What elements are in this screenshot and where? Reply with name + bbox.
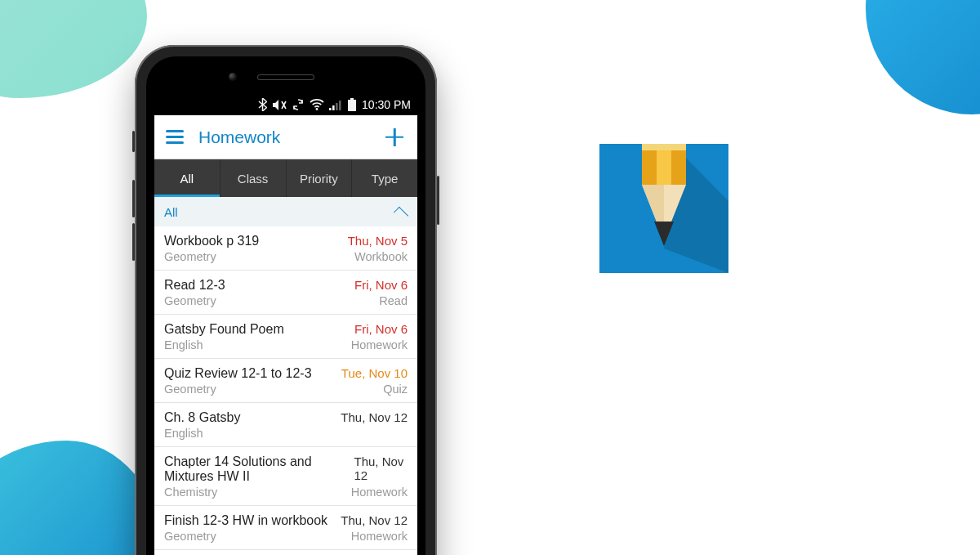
item-date: Thu, Nov 12 <box>354 454 408 482</box>
page-title: Homework <box>198 128 280 147</box>
item-date: Tue, Nov 10 <box>341 366 408 380</box>
decorative-blob-tl <box>0 0 147 98</box>
list-item[interactable]: Quiz Review 12-1 to 12-3 Tue, Nov 10 Geo… <box>154 359 417 403</box>
svg-point-0 <box>316 108 318 110</box>
item-subject: Geometry <box>164 383 216 396</box>
bluetooth-icon <box>258 98 267 111</box>
homework-list: Workbook p 319 Thu, Nov 5 Geometry Workb… <box>154 226 417 550</box>
list-item[interactable]: Gatsby Found Poem Fri, Nov 6 English Hom… <box>154 315 417 359</box>
tab-label: Class <box>238 172 269 186</box>
chevron-up-icon <box>394 206 408 221</box>
tab-all[interactable]: All <box>154 159 220 197</box>
phone-side-button <box>132 180 135 217</box>
item-title: Workbook p 319 <box>164 234 259 248</box>
phone-screen: 10:30 PM Homework All Class Priority Typ… <box>154 94 417 555</box>
phone-side-button <box>132 131 135 152</box>
svg-rect-6 <box>348 100 356 111</box>
app-icon-pencil <box>599 144 728 273</box>
item-date: Fri, Nov 6 <box>354 322 408 336</box>
item-type: Workbook <box>354 250 408 263</box>
tab-label: Type <box>372 172 399 186</box>
svg-rect-5 <box>350 98 354 100</box>
signal-icon <box>329 100 342 110</box>
tab-label: Priority <box>300 172 338 186</box>
item-date: Fri, Nov 6 <box>354 278 408 292</box>
sync-icon <box>292 98 305 111</box>
item-type: Homework <box>351 338 408 351</box>
list-item[interactable]: Finish 12-3 HW in workbook Thu, Nov 12 G… <box>154 506 417 550</box>
app-bar: Homework <box>154 115 417 159</box>
item-type: Quiz <box>383 383 408 396</box>
svg-rect-1 <box>329 108 332 110</box>
tab-priority[interactable]: Priority <box>287 159 353 197</box>
item-subject: Chemistry <box>164 486 217 499</box>
group-all-header[interactable]: All <box>154 197 417 226</box>
svg-rect-4 <box>339 101 341 110</box>
battery-icon <box>347 98 357 111</box>
list-item[interactable]: Read 12-3 Fri, Nov 6 Geometry Read <box>154 271 417 315</box>
item-subject: Geometry <box>164 530 216 543</box>
item-date: Thu, Nov 12 <box>341 410 408 424</box>
tab-type[interactable]: Type <box>352 159 417 197</box>
list-item[interactable]: Chapter 14 Solutions and Mixtures HW II … <box>154 447 417 506</box>
item-title: Read 12-3 <box>164 278 225 293</box>
item-type: Homework <box>351 486 408 499</box>
item-subject: English <box>164 427 203 440</box>
group-label: All <box>164 205 178 219</box>
item-date: Thu, Nov 5 <box>348 234 408 248</box>
item-type: Read <box>379 294 408 307</box>
item-subject: Geometry <box>164 250 216 263</box>
list-item[interactable]: Workbook p 319 Thu, Nov 5 Geometry Workb… <box>154 226 417 271</box>
mute-icon <box>272 99 287 111</box>
item-type: Homework <box>351 530 408 543</box>
item-title: Gatsby Found Poem <box>164 322 284 337</box>
svg-rect-2 <box>332 105 335 110</box>
phone-side-button <box>132 223 135 261</box>
tab-label: All <box>180 172 194 186</box>
wifi-icon <box>310 99 324 110</box>
status-bar: 10:30 PM <box>154 94 417 115</box>
list-item[interactable]: Ch. 8 Gatsby Thu, Nov 12 English <box>154 403 417 447</box>
phone-earpiece <box>257 74 314 80</box>
tab-class[interactable]: Class <box>220 159 287 197</box>
phone-side-button <box>437 176 439 225</box>
filter-tabs: All Class Priority Type <box>154 159 417 197</box>
item-title: Chapter 14 Solutions and Mixtures HW II <box>164 454 354 484</box>
item-date: Thu, Nov 12 <box>341 513 408 527</box>
phone-frame: 10:30 PM Homework All Class Priority Typ… <box>135 45 437 555</box>
item-subject: English <box>164 338 203 351</box>
item-subject: Geometry <box>164 294 216 307</box>
item-title: Ch. 8 Gatsby <box>164 410 240 425</box>
item-title: Finish 12-3 HW in workbook <box>164 513 327 528</box>
phone-camera <box>229 73 237 81</box>
decorative-blob-tr <box>866 0 980 114</box>
menu-button[interactable] <box>166 130 184 144</box>
svg-rect-3 <box>336 103 338 110</box>
status-time: 10:30 PM <box>362 98 411 111</box>
add-button[interactable] <box>383 126 406 149</box>
phone-bezel: 10:30 PM Homework All Class Priority Typ… <box>146 56 425 555</box>
svg-rect-12 <box>642 144 686 150</box>
item-title: Quiz Review 12-1 to 12-3 <box>164 366 312 381</box>
